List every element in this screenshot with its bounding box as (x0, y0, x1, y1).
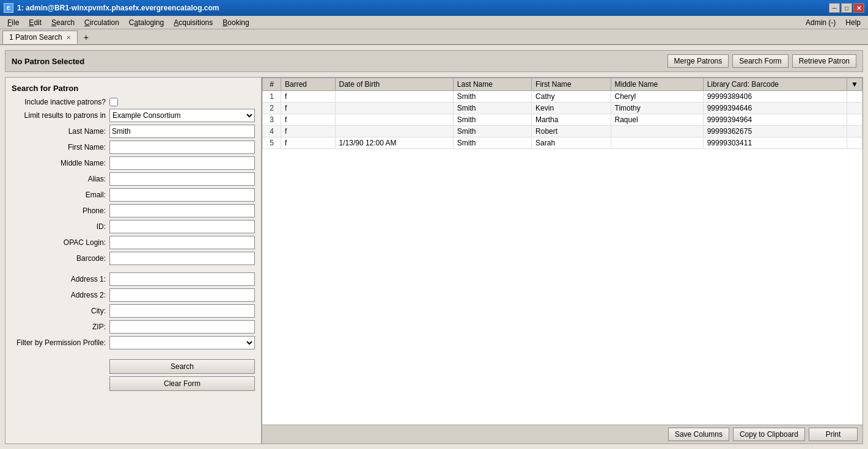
table-row[interactable]: 5 f 1/13/90 12:00 AM Smith Sarah 9999930… (263, 137, 862, 149)
cell-middlename: Timothy (611, 103, 703, 114)
include-inactive-row: Include inactive patrons? (12, 98, 255, 106)
address1-input[interactable] (109, 272, 255, 286)
barcode-input[interactable] (109, 252, 255, 265)
menu-cataloging[interactable]: Cataloging (124, 17, 169, 28)
bottom-bar: Save Columns Copy to Clipboard Print (262, 425, 862, 444)
cell-lastname: Smith (453, 103, 531, 114)
save-columns-button[interactable]: Save Columns (668, 428, 729, 441)
include-inactive-checkbox[interactable] (109, 98, 118, 106)
address2-input[interactable] (109, 288, 255, 302)
cell-barred: f (281, 126, 336, 137)
address1-label: Address 1: (12, 275, 109, 283)
table-row[interactable]: 3 f Smith Martha Raquel 99999394964 (263, 114, 862, 126)
zip-input[interactable] (109, 320, 255, 334)
print-button[interactable]: Print (809, 428, 858, 441)
cell-empty (847, 126, 862, 137)
retrieve-patron-button[interactable]: Retrieve Patron (792, 54, 856, 68)
cell-empty (847, 137, 862, 149)
merge-patrons-button[interactable]: Merge Patrons (668, 54, 729, 68)
city-input[interactable] (109, 304, 255, 318)
table-row[interactable]: 4 f Smith Robert 99999362675 (263, 126, 862, 137)
menu-file[interactable]: File (2, 17, 24, 28)
barcode-row: Barcode: (12, 252, 255, 265)
cell-barred: f (281, 114, 336, 126)
window-title: 1: admin@BR1-winxpvmfx.phasefx.evergreen… (17, 4, 219, 12)
phone-input[interactable] (109, 204, 255, 217)
cell-lastname: Smith (453, 137, 531, 149)
results-table-wrapper: # Barred Date of Birth Last Name First N… (262, 78, 862, 425)
menu-circulation[interactable]: Circulation (79, 17, 124, 28)
cell-barred: f (281, 91, 336, 103)
limit-results-select[interactable]: Example Consortium (109, 109, 255, 122)
cell-lastname: Smith (453, 126, 531, 137)
cell-librarycard: 99999389406 (703, 91, 847, 103)
col-header-dob: Date of Birth (335, 78, 453, 91)
filter-permission-select[interactable] (109, 336, 255, 349)
email-label: Email: (12, 191, 109, 199)
copy-to-clipboard-button[interactable]: Copy to Clipboard (733, 428, 805, 441)
id-input[interactable] (109, 220, 255, 233)
top-action-buttons: Merge Patrons Search Form Retrieve Patro… (668, 54, 856, 68)
email-input[interactable] (109, 188, 255, 202)
menu-acquisitions[interactable]: Acquisitions (169, 17, 218, 28)
cell-middlename: Cheryl (611, 91, 703, 103)
menu-booking[interactable]: Booking (218, 17, 254, 28)
maximize-button[interactable]: □ (841, 3, 852, 13)
zip-row: ZIP: (12, 320, 255, 334)
search-form-button[interactable]: Search Form (732, 54, 788, 68)
cell-firstname: Martha (532, 114, 611, 126)
first-name-input[interactable] (109, 141, 255, 154)
cell-middlename (611, 137, 703, 149)
cell-barred: f (281, 137, 336, 149)
results-panel: # Barred Date of Birth Last Name First N… (262, 78, 862, 444)
opac-login-row: OPAC Login: (12, 236, 255, 249)
column-picker-button[interactable]: ▼ (847, 78, 862, 91)
help-menu[interactable]: Help (840, 17, 866, 28)
app-icon: E (4, 3, 13, 13)
alias-input[interactable] (109, 172, 255, 186)
last-name-row: Last Name: (12, 125, 255, 138)
address2-row: Address 2: (12, 288, 255, 302)
middle-name-input[interactable] (109, 156, 255, 170)
admin-menu[interactable]: Admin (-) (801, 17, 840, 28)
menu-edit[interactable]: Edit (24, 17, 46, 28)
minimize-button[interactable]: ─ (829, 3, 840, 13)
top-bar: No Patron Selected Merge Patrons Search … (5, 50, 863, 72)
filter-permission-label: Filter by Permission Profile: (12, 338, 109, 347)
search-panel: Search for Patron Include inactive patro… (6, 78, 262, 444)
opac-login-input[interactable] (109, 236, 255, 249)
phone-row: Phone: (12, 204, 255, 217)
alias-row: Alias: (12, 172, 255, 186)
add-tab-button[interactable]: + (79, 31, 94, 44)
middle-name-label: Middle Name: (12, 159, 109, 167)
cell-empty (847, 91, 862, 103)
phone-label: Phone: (12, 206, 109, 215)
cell-firstname: Robert (532, 126, 611, 137)
tab-close-icon[interactable]: ✕ (66, 34, 71, 41)
cell-dob (335, 126, 453, 137)
col-header-librarycard: Library Card: Barcode (703, 78, 847, 91)
body-area: Search for Patron Include inactive patro… (5, 77, 863, 444)
cell-middlename: Raquel (611, 114, 703, 126)
close-button[interactable]: ✕ (853, 3, 864, 13)
search-panel-title: Search for Patron (12, 84, 255, 93)
clear-form-button[interactable]: Clear Form (109, 376, 255, 391)
last-name-input[interactable] (109, 125, 255, 138)
opac-login-label: OPAC Login: (12, 238, 109, 247)
limit-results-label: Limit results to patrons in (12, 111, 109, 120)
cell-firstname: Sarah (532, 137, 611, 149)
cell-librarycard: 99999394964 (703, 114, 847, 126)
cell-num: 1 (263, 91, 281, 103)
col-header-barred: Barred (281, 78, 336, 91)
col-header-num: # (263, 78, 281, 91)
search-button[interactable]: Search (109, 359, 255, 374)
table-row[interactable]: 1 f Smith Cathy Cheryl 99999389406 (263, 91, 862, 103)
cell-dob (335, 103, 453, 114)
cell-num: 4 (263, 126, 281, 137)
cell-lastname: Smith (453, 91, 531, 103)
cell-barred: f (281, 103, 336, 114)
tab-patron-search[interactable]: 1 Patron Search ✕ (2, 31, 78, 44)
menu-search[interactable]: Search (46, 17, 79, 28)
include-inactive-label: Include inactive patrons? (12, 98, 109, 106)
table-row[interactable]: 2 f Smith Kevin Timothy 99999394646 (263, 103, 862, 114)
